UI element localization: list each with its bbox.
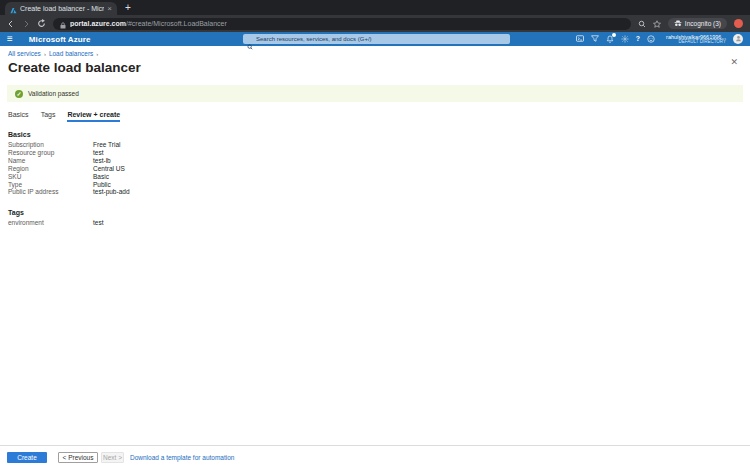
field-value: test — [93, 149, 103, 157]
success-check-icon: ✓ — [15, 90, 23, 98]
hamburger-menu-icon[interactable]: ≡ — [7, 34, 13, 44]
breadcrumb-all-services[interactable]: All services — [8, 50, 41, 57]
download-template-link[interactable]: Download a template for automation — [130, 454, 234, 461]
tab-basics[interactable]: Basics — [8, 111, 29, 122]
field-label: Subscription — [8, 141, 93, 149]
field-row-type: Type Public — [0, 181, 750, 189]
account-info[interactable]: rahulshivalkar9661996... DEFAULT DIRECTO… — [666, 34, 726, 45]
browser-toolbar: portal.azure.com/#create/Microsoft.LoadB… — [0, 15, 750, 32]
cloudshell-icon[interactable] — [576, 35, 584, 42]
bookmark-star-icon[interactable] — [653, 20, 661, 28]
field-value: test — [93, 219, 103, 227]
azure-brand[interactable]: Microsoft Azure — [29, 35, 91, 44]
validation-message: Validation passed — [28, 90, 79, 97]
url-bar[interactable]: portal.azure.com/#create/Microsoft.LoadB… — [53, 18, 631, 30]
help-icon[interactable]: ? — [636, 35, 640, 42]
field-label: SKU — [8, 173, 93, 181]
field-value: Free Trial — [93, 141, 120, 149]
settings-gear-icon[interactable] — [621, 35, 629, 43]
new-tab-button[interactable]: + — [125, 2, 131, 13]
field-row-public-ip: Public IP address test-pub-add — [0, 188, 750, 196]
wizard-tabs: Basics Tags Review + create — [0, 102, 750, 122]
feedback-smiley-icon[interactable] — [647, 35, 655, 43]
azure-favicon-icon — [10, 0, 17, 18]
field-row-sku: SKU Basic — [0, 173, 750, 181]
profile-avatar-icon[interactable] — [734, 19, 743, 28]
field-label: Resource group — [8, 149, 93, 157]
field-row-region: Region Central US — [0, 165, 750, 173]
section-title-basics: Basics — [0, 122, 750, 141]
refresh-icon[interactable] — [37, 19, 46, 28]
tab-title: Create load balancer - Micros — [20, 5, 104, 12]
breadcrumb: All services›Load balancers› — [0, 46, 750, 57]
wizard-footer: Create < Previous Next > Download a temp… — [0, 445, 750, 468]
breadcrumb-separator: › — [93, 51, 101, 57]
next-button[interactable]: Next > — [101, 452, 124, 463]
field-label: environment — [8, 219, 93, 227]
field-value: Central US — [93, 165, 125, 173]
field-row-name: Name test-lb — [0, 157, 750, 165]
notification-badge — [612, 33, 616, 37]
azure-topbar: ≡ Microsoft Azure ? rahu — [0, 32, 750, 46]
tab-tags[interactable]: Tags — [41, 111, 56, 122]
browser-tab[interactable]: Create load balancer - Micros × — [5, 2, 117, 15]
forward-icon[interactable] — [22, 20, 30, 28]
section-title-tags: Tags — [0, 196, 750, 219]
field-value: test-lb — [93, 157, 111, 165]
previous-button[interactable]: < Previous — [58, 452, 98, 463]
azure-topbar-icons: ? rahulshivalkar9661996... DEFAULT DIREC… — [576, 34, 743, 45]
url-domain: portal.azure.com — [70, 20, 126, 27]
notifications-bell-icon[interactable] — [606, 35, 614, 43]
breadcrumb-load-balancers[interactable]: Load balancers — [49, 50, 93, 57]
field-row-subscription: Subscription Free Trial — [0, 141, 750, 149]
browser-tabstrip: Create load balancer - Micros × + — [0, 0, 750, 15]
url-text: portal.azure.com/#create/Microsoft.LoadB… — [70, 20, 227, 27]
field-row-environment: environment test — [0, 219, 750, 227]
directory-filter-icon[interactable] — [591, 35, 599, 42]
incognito-badge[interactable]: Incognito (3) — [668, 18, 727, 29]
screen: Create load balancer - Micros × + portal… — [0, 0, 750, 468]
tab-close-icon[interactable]: × — [107, 5, 112, 13]
field-row-resource-group: Resource group test — [0, 149, 750, 157]
lock-icon — [60, 15, 66, 33]
page-title: Create load balancer — [0, 57, 750, 75]
field-label: Public IP address — [8, 188, 93, 196]
browser-search-icon[interactable] — [638, 20, 646, 28]
validation-banner: ✓ Validation passed — [7, 85, 743, 102]
field-label: Type — [8, 181, 93, 189]
breadcrumb-separator: › — [41, 51, 49, 57]
field-value: test-pub-add — [93, 188, 130, 196]
blade-close-icon[interactable]: ✕ — [730, 58, 738, 67]
create-button[interactable]: Create — [7, 452, 47, 463]
account-avatar[interactable] — [733, 34, 743, 44]
field-value: Basic — [93, 173, 109, 181]
field-label: Region — [8, 165, 93, 173]
url-path: /#create/Microsoft.LoadBalancer — [126, 20, 227, 27]
page-content: All services›Load balancers› Create load… — [0, 46, 750, 445]
back-icon[interactable] — [7, 20, 15, 28]
field-value: Public — [93, 181, 111, 189]
tab-review-create[interactable]: Review + create — [67, 111, 120, 122]
incognito-icon — [674, 20, 682, 28]
account-directory: DEFAULT DIRECTORY — [666, 40, 726, 45]
portal-search-input[interactable] — [243, 34, 510, 44]
incognito-label: Incognito (3) — [685, 20, 721, 27]
field-label: Name — [8, 157, 93, 165]
